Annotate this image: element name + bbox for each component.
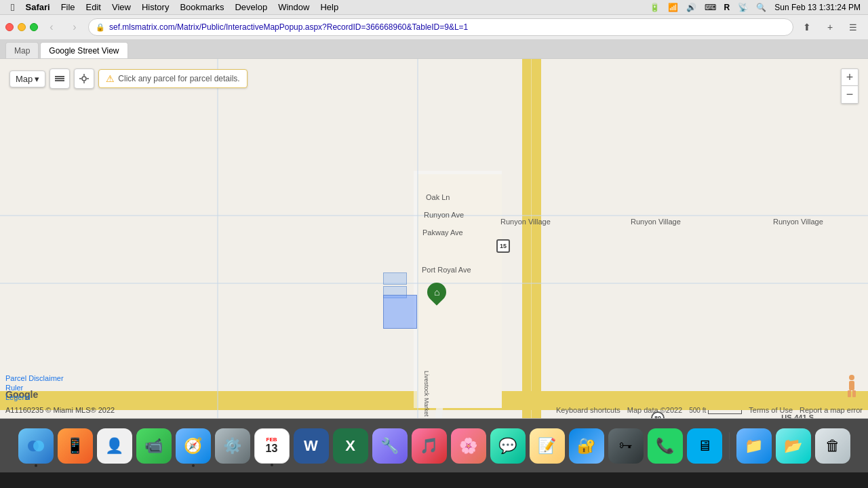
dock-divider: [729, 432, 730, 460]
traffic-lights: [5, 23, 38, 31]
highway-15-shield: 15: [496, 239, 510, 253]
parcel-3-highlighted[interactable]: [383, 295, 417, 329]
home-icon: ⌂: [434, 287, 439, 298]
tab-street-view[interactable]: Google Street View: [40, 42, 127, 58]
map-type-chevron: ▾: [35, 74, 39, 84]
svg-rect-1: [55, 78, 64, 79]
road-center-line: [531, 59, 532, 418]
dock-excel[interactable]: X: [333, 428, 368, 464]
develop-menu[interactable]: Develop: [229, 0, 273, 15]
tabs-bar: Map Google Street View: [0, 39, 868, 58]
legend-link[interactable]: Legend: [5, 393, 64, 401]
dock-whatsapp[interactable]: 📞: [648, 428, 683, 464]
scale-line: [708, 410, 742, 414]
lock-icon: 🔒: [96, 23, 105, 32]
dock-folder[interactable]: 📂: [776, 428, 811, 464]
dock-facetime[interactable]: 📹: [136, 428, 172, 464]
home-marker[interactable]: ⌂: [427, 283, 448, 303]
dock-finder[interactable]: [18, 428, 54, 464]
pegman-icon: [845, 374, 859, 398]
pegman[interactable]: [845, 374, 859, 398]
browser-chrome: ‹ › 🔒 sef.mlsmatrix.com/Matrix/Public/In…: [0, 15, 868, 59]
safari-dot: [192, 464, 195, 467]
map-type-button[interactable]: Map ▾: [9, 70, 45, 87]
finder-icon: [24, 434, 48, 458]
grid-v1: [217, 59, 218, 418]
menu-wifi2-icon: 📡: [736, 3, 750, 12]
layers-icon: [54, 73, 66, 85]
dock-windows[interactable]: 🖥: [687, 428, 722, 464]
window-menu[interactable]: Window: [273, 0, 315, 15]
menu-datetime: Sun Feb 13 1:31:24 PM: [772, 3, 863, 12]
home-marker-inner: ⌂: [423, 279, 450, 306]
new-tab-button[interactable]: +: [821, 18, 840, 37]
minimize-button[interactable]: [18, 23, 26, 31]
svg-point-14: [33, 441, 44, 451]
zoom-out-button[interactable]: −: [841, 86, 859, 104]
menu-bluetooth-icon: ⌨: [703, 3, 718, 12]
share-button[interactable]: ⬆: [797, 18, 816, 37]
finder-dot: [35, 464, 37, 467]
dock-trash[interactable]: 🗑: [815, 428, 850, 464]
dock-safari[interactable]: 🧭: [176, 428, 211, 464]
menu-volume-icon: 🔊: [684, 3, 698, 12]
dock-files[interactable]: 📁: [736, 428, 772, 464]
sidebar-button[interactable]: ☰: [844, 18, 863, 37]
dock-keychain[interactable]: 🗝: [608, 428, 644, 464]
highway-road-vertical: [522, 59, 541, 418]
dock-photos[interactable]: 🌸: [451, 428, 486, 464]
dock-contacts[interactable]: 👤: [97, 428, 132, 464]
map-type-label: Map: [16, 74, 33, 84]
report-link[interactable]: Report a map error: [800, 406, 863, 414]
grid-h1: [0, 215, 868, 216]
dock-calendar[interactable]: FEB 13: [254, 428, 290, 464]
scale-bar: 500 ft: [689, 407, 742, 414]
location-button[interactable]: [74, 68, 94, 89]
history-menu[interactable]: History: [136, 0, 174, 15]
dock-word[interactable]: W: [294, 428, 329, 464]
dock-preferences[interactable]: ⚙️: [215, 428, 250, 464]
map-container[interactable]: Oak Ln Runyon Ave Pakway Ave Port Royal …: [0, 59, 868, 418]
svg-rect-0: [55, 76, 64, 77]
browser-toolbar: ‹ › 🔒 sef.mlsmatrix.com/Matrix/Public/In…: [0, 15, 868, 39]
zoom-in-button[interactable]: +: [841, 68, 859, 86]
app-name-menu[interactable]: Safari: [20, 0, 55, 15]
dock-messages[interactable]: 💬: [490, 428, 526, 464]
calendar-month: FEB: [267, 436, 277, 443]
svg-rect-10: [848, 390, 851, 397]
parcel-disclaimer-link[interactable]: Parcel Disclaimer: [5, 374, 64, 382]
bookmarks-menu[interactable]: Bookmarks: [174, 0, 229, 15]
notice-text: Click any parcel for parcel details.: [118, 74, 239, 83]
url-text: sef.mlsmatrix.com/Matrix/Public/Interact…: [109, 22, 786, 32]
tab-map[interactable]: Map: [5, 42, 39, 58]
dock-pipe[interactable]: 🔧: [372, 428, 408, 464]
map-copyright: A11160235 © Miami MLS® 2022: [5, 406, 115, 414]
forward-button[interactable]: ›: [65, 18, 84, 37]
dock-notes[interactable]: 📝: [530, 428, 565, 464]
close-button[interactable]: [5, 23, 14, 31]
dock-misc1[interactable]: 🔐: [569, 428, 604, 464]
address-bar[interactable]: 🔒 sef.mlsmatrix.com/Matrix/Public/Intera…: [88, 18, 793, 36]
file-menu[interactable]: File: [56, 0, 81, 15]
keyboard-shortcuts-link[interactable]: Keyboard shortcuts: [556, 406, 620, 414]
menu-search-icon[interactable]: 🔍: [754, 3, 768, 12]
terms-link[interactable]: Terms of Use: [749, 406, 793, 414]
mac-menu-bar:  Safari File Edit View History Bookmark…: [0, 0, 868, 15]
ruler-link[interactable]: Ruler: [5, 384, 64, 392]
location-icon: [78, 73, 90, 85]
dock-music[interactable]: 🎵: [412, 428, 447, 464]
tab-street-view-label: Google Street View: [49, 46, 119, 56]
calendar-dot: [271, 464, 273, 466]
view-menu[interactable]: View: [106, 0, 136, 15]
map-footer-right: Keyboard shortcuts Map data ©2022 500 ft…: [556, 406, 863, 414]
copyright-text: A11160235 © Miami MLS® 2022: [5, 406, 115, 414]
edit-menu[interactable]: Edit: [81, 0, 106, 15]
dock-simulator[interactable]: 📱: [58, 428, 93, 464]
layers-button[interactable]: [50, 68, 70, 89]
svg-point-3: [82, 77, 86, 81]
apple-menu[interactable]: : [5, 0, 20, 15]
maximize-button[interactable]: [30, 23, 38, 31]
parcel-1[interactable]: [383, 272, 407, 285]
help-menu[interactable]: Help: [315, 0, 344, 15]
back-button[interactable]: ‹: [42, 18, 61, 37]
